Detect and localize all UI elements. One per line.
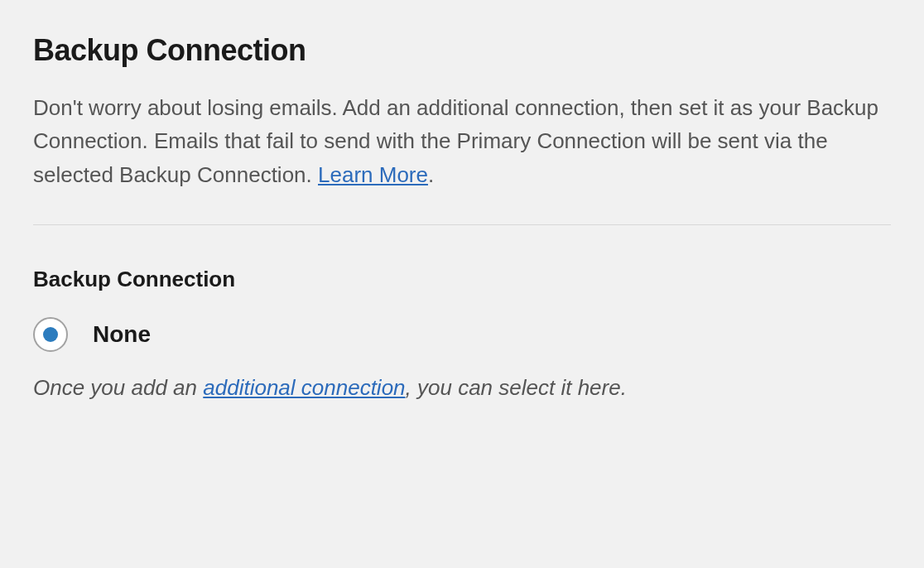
section-description: Don't worry about losing emails. Add an …	[33, 91, 891, 191]
radio-option-none[interactable]: None	[33, 317, 891, 352]
learn-more-link[interactable]: Learn More	[318, 162, 428, 187]
section-title: Backup Connection	[33, 33, 891, 68]
additional-connection-link[interactable]: additional connection	[203, 375, 405, 400]
field-label: Backup Connection	[33, 267, 891, 292]
backup-connection-section: Backup Connection Don't worry about losi…	[33, 33, 891, 401]
radio-label: None	[93, 321, 151, 348]
description-text: Don't worry about losing emails. Add an …	[33, 95, 878, 187]
description-suffix: .	[428, 162, 434, 187]
hint-prefix: Once you add an	[33, 375, 203, 400]
hint-text: Once you add an additional connection, y…	[33, 375, 891, 401]
radio-dot-icon	[43, 327, 58, 342]
radio-button[interactable]	[33, 317, 68, 352]
section-divider	[33, 224, 891, 225]
hint-suffix: , you can select it here.	[406, 375, 627, 400]
